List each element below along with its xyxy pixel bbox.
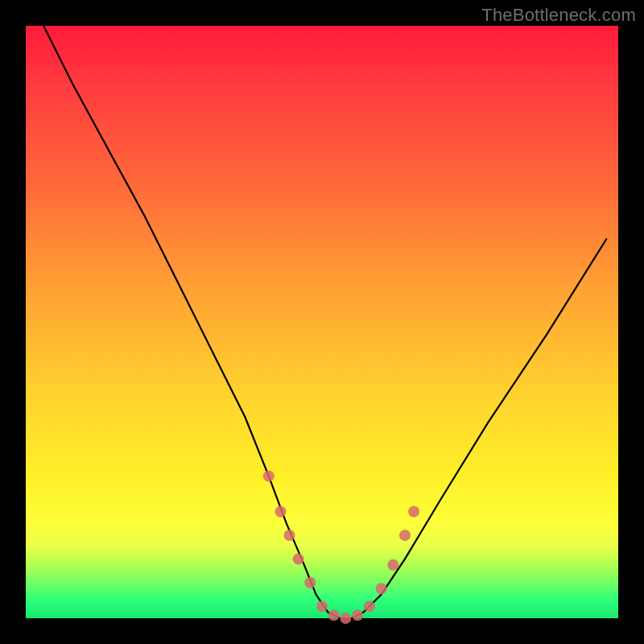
dot (408, 506, 419, 518)
dot (399, 530, 411, 541)
dot (387, 559, 398, 571)
watermark-text: TheBottleneck.com (481, 5, 636, 26)
dot (275, 506, 287, 518)
curve-path (43, 26, 606, 618)
curve-svg (26, 26, 618, 618)
dot (316, 601, 328, 612)
highlight-dots (263, 470, 419, 624)
dot (340, 613, 351, 624)
dot (293, 553, 304, 564)
dot (352, 609, 363, 621)
dot (304, 577, 316, 588)
plot-area (26, 26, 618, 618)
dot (263, 470, 275, 481)
dot (328, 609, 340, 621)
dot (284, 530, 295, 541)
chart-frame: TheBottleneck.com (0, 0, 644, 644)
dot (364, 601, 375, 612)
bottleneck-curve (43, 26, 606, 618)
dot (376, 583, 387, 594)
